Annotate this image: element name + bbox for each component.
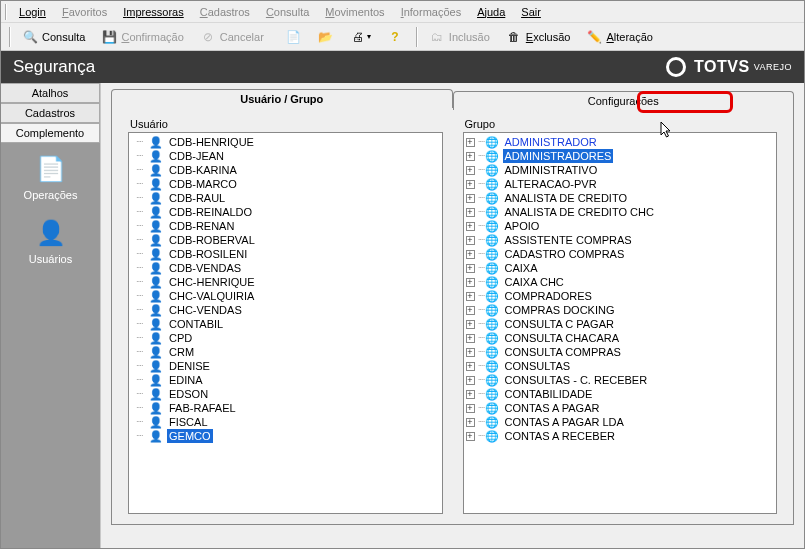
grupo-tree-item[interactable]: +┈🌐CONTAS A PAGAR — [464, 401, 777, 415]
expand-icon[interactable]: + — [466, 320, 475, 329]
usuario-tree-item[interactable]: ┈👤CPD — [129, 331, 442, 345]
grupo-tree-item[interactable]: +┈🌐CONTAS A PAGAR LDA — [464, 415, 777, 429]
grupo-tree-item[interactable]: +┈🌐CADASTRO COMPRAS — [464, 247, 777, 261]
grupo-tree-item[interactable]: +┈🌐CONTABILIDADE — [464, 387, 777, 401]
usuario-tree-item[interactable]: ┈👤GEMCO — [129, 429, 442, 443]
expand-icon[interactable]: + — [466, 194, 475, 203]
usuario-tree-item[interactable]: ┈👤CDB-RENAN — [129, 219, 442, 233]
usuario-tree[interactable]: ┈👤CDB-HENRIQUE┈👤CDB-JEAN┈👤CDB-KARINA┈👤CD… — [128, 132, 443, 514]
menu-item-impressoras[interactable]: Impressoras — [115, 4, 192, 20]
grupo-tree-item[interactable]: +┈🌐ANALISTA DE CREDITO — [464, 191, 777, 205]
usuario-tree-item[interactable]: ┈👤CDB-REINALDO — [129, 205, 442, 219]
menu-item-favoritos: Favoritos — [54, 4, 115, 20]
group-icon: 🌐 — [485, 261, 499, 275]
usuario-tree-item[interactable]: ┈👤CDB-ROSILENI — [129, 247, 442, 261]
grupo-tree-item[interactable]: +┈🌐CONTAS A RECEBER — [464, 429, 777, 443]
usuario-tree-item[interactable]: ┈👤EDINA — [129, 373, 442, 387]
alteracao-button[interactable]: ✏️ Alteração — [579, 26, 659, 48]
usuario-tree-item[interactable]: ┈👤EDSON — [129, 387, 442, 401]
grupo-tree[interactable]: +┈🌐ADMINISTRADOR+┈🌐ADMINISTRADORES+┈🌐ADM… — [463, 132, 778, 514]
expand-icon[interactable]: + — [466, 404, 475, 413]
usuario-tree-item[interactable]: ┈👤CDB-VENDAS — [129, 261, 442, 275]
sidebar-tab-cadastros[interactable]: Cadastros — [1, 103, 100, 123]
sidebar-item-usuarios[interactable]: 👤 Usuários — [1, 217, 100, 265]
group-icon: 🌐 — [485, 233, 499, 247]
expand-icon[interactable]: + — [466, 208, 475, 217]
new-doc-button[interactable]: 📄 — [279, 26, 309, 48]
tab-usuario-grupo[interactable]: Usuário / Grupo — [111, 89, 453, 108]
open-button[interactable]: 📂 — [311, 26, 341, 48]
print-button[interactable]: 🖨 ▾ — [343, 26, 378, 48]
save-icon: 💾 — [101, 29, 117, 45]
expand-icon[interactable]: + — [466, 180, 475, 189]
expand-icon[interactable]: + — [466, 264, 475, 273]
sidebar-tab-atalhos[interactable]: Atalhos — [1, 83, 100, 103]
expand-icon[interactable]: + — [466, 138, 475, 147]
brand-ring-icon — [666, 57, 686, 77]
usuario-tree-item[interactable]: ┈👤CDB-KARINA — [129, 163, 442, 177]
confirmacao-button: 💾 Confirmação — [94, 26, 190, 48]
usuario-tree-item[interactable]: ┈👤FISCAL — [129, 415, 442, 429]
tab-configuracoes[interactable]: Configurações — [453, 91, 795, 110]
usuario-tree-item[interactable]: ┈👤CHC-VENDAS — [129, 303, 442, 317]
grupo-tree-item[interactable]: +┈🌐CONSULTAS - C. RECEBER — [464, 373, 777, 387]
grupo-tree-item[interactable]: +┈🌐ADMINISTRATIVO — [464, 163, 777, 177]
expand-icon[interactable]: + — [466, 166, 475, 175]
usuario-tree-item[interactable]: ┈👤DENISE — [129, 359, 442, 373]
expand-icon[interactable]: + — [466, 152, 475, 161]
expand-icon[interactable]: + — [466, 250, 475, 259]
usuario-tree-item[interactable]: ┈👤CHC-HENRIQUE — [129, 275, 442, 289]
expand-icon[interactable]: + — [466, 236, 475, 245]
expand-icon[interactable]: + — [466, 292, 475, 301]
sidebar-item-operacoes[interactable]: 📄 Operações — [1, 153, 100, 201]
usuario-tree-item[interactable]: ┈👤CDB-HENRIQUE — [129, 135, 442, 149]
grupo-tree-item[interactable]: +┈🌐CONSULTA C PAGAR — [464, 317, 777, 331]
menu-item-consulta: Consulta — [258, 4, 317, 20]
expand-icon[interactable]: + — [466, 222, 475, 231]
usuario-tree-item[interactable]: ┈👤CDB-MARCO — [129, 177, 442, 191]
grupo-tree-item[interactable]: +┈🌐ALTERACAO-PVR — [464, 177, 777, 191]
grupo-tree-item[interactable]: +┈🌐ANALISTA DE CREDITO CHC — [464, 205, 777, 219]
expand-icon[interactable]: + — [466, 362, 475, 371]
expand-icon[interactable]: + — [466, 390, 475, 399]
usuario-tree-item[interactable]: ┈👤CDB-ROBERVAL — [129, 233, 442, 247]
sidebar-tab-complemento[interactable]: Complemento — [1, 123, 100, 143]
expand-icon[interactable]: + — [466, 278, 475, 287]
expand-icon[interactable]: + — [466, 334, 475, 343]
expand-icon[interactable]: + — [466, 376, 475, 385]
usuario-tree-item[interactable]: ┈👤CONTABIL — [129, 317, 442, 331]
tree-item-label: ANALISTA DE CREDITO CHC — [503, 205, 656, 219]
usuario-tree-item[interactable]: ┈👤CDB-RAUL — [129, 191, 442, 205]
grupo-tree-item[interactable]: +┈🌐ADMINISTRADOR — [464, 135, 777, 149]
tree-item-label: ADMINISTRADORES — [503, 149, 614, 163]
menu-item-login[interactable]: Login — [11, 4, 54, 20]
exclusao-button[interactable]: 🗑 Exclusão — [499, 26, 578, 48]
grupo-tree-item[interactable]: +┈🌐ADMINISTRADORES — [464, 149, 777, 163]
grupo-tree-item[interactable]: +┈🌐CONSULTA COMPRAS — [464, 345, 777, 359]
menu-item-ajuda[interactable]: Ajuda — [469, 4, 513, 20]
grupo-tree-item[interactable]: +┈🌐CONSULTAS — [464, 359, 777, 373]
help-button[interactable]: ? — [380, 26, 410, 48]
expand-icon[interactable]: + — [466, 418, 475, 427]
expand-icon[interactable]: + — [466, 348, 475, 357]
usuario-tree-item[interactable]: ┈👤FAB-RAFAEL — [129, 401, 442, 415]
tree-connector: ┈ — [131, 415, 149, 429]
usuario-tree-item[interactable]: ┈👤CHC-VALQUIRIA — [129, 289, 442, 303]
usuario-tree-item[interactable]: ┈👤CRM — [129, 345, 442, 359]
tree-item-label: CDB-ROBERVAL — [167, 233, 257, 247]
tree-item-label: CDB-REINALDO — [167, 205, 254, 219]
grupo-tree-item[interactable]: +┈🌐APOIO — [464, 219, 777, 233]
consulta-button[interactable]: 🔍 Consulta — [15, 26, 92, 48]
grupo-tree-item[interactable]: +┈🌐COMPRAS DOCKING — [464, 303, 777, 317]
grupo-tree-item[interactable]: +┈🌐CAIXA — [464, 261, 777, 275]
grupo-tree-item[interactable]: +┈🌐CONSULTA CHACARA — [464, 331, 777, 345]
grupo-tree-item[interactable]: +┈🌐ASSISTENTE COMPRAS — [464, 233, 777, 247]
grupo-tree-item[interactable]: +┈🌐CAIXA CHC — [464, 275, 777, 289]
menu-item-sair[interactable]: Sair — [513, 4, 549, 20]
usuario-tree-item[interactable]: ┈👤CDB-JEAN — [129, 149, 442, 163]
grupo-pane-label: Grupo — [463, 118, 778, 130]
expand-icon[interactable]: + — [466, 432, 475, 441]
dropdown-arrow-icon: ▾ — [367, 32, 371, 41]
expand-icon[interactable]: + — [466, 306, 475, 315]
grupo-tree-item[interactable]: +┈🌐COMPRADORES — [464, 289, 777, 303]
